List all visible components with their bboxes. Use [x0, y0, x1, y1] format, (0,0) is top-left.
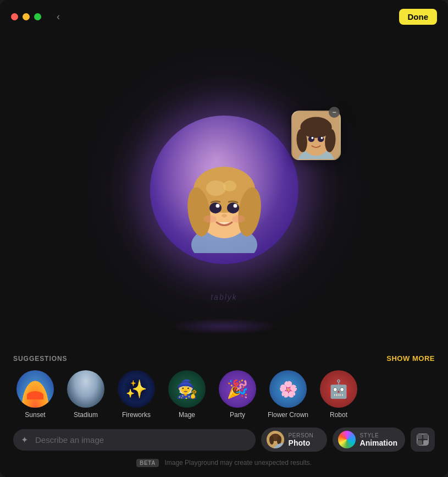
back-button[interactable]: ‹ — [52, 9, 64, 25]
svg-point-25 — [321, 137, 323, 139]
suggestions-header: SUGGESTIONS SHOW MORE — [13, 354, 435, 363]
fireworks-label: Fireworks — [122, 411, 151, 419]
svg-point-7 — [223, 180, 236, 191]
fireworks-icon — [118, 370, 155, 408]
sunset-label: Sunset — [25, 411, 45, 419]
gallery-icon — [417, 434, 429, 446]
gallery-button[interactable] — [411, 427, 435, 452]
close-dot[interactable] — [11, 13, 18, 20]
svg-point-12 — [222, 214, 227, 217]
beta-text: Image Playground may create unexpected r… — [164, 459, 311, 467]
window-controls: ‹ — [11, 9, 64, 25]
avatar-inner — [150, 116, 298, 264]
person-text: PERSON Photo — [289, 432, 314, 447]
bottom-controls: ✦ PERSON Photo — [13, 427, 435, 452]
flower-crown-label: Flower Crown — [268, 411, 308, 419]
stadium-label: Stadium — [74, 411, 98, 419]
app-window: ‹ Done — [0, 0, 448, 477]
style-icon — [338, 431, 356, 448]
suggestion-stadium[interactable]: Stadium — [64, 370, 108, 419]
glow-floor — [169, 318, 279, 335]
beta-badge: BETA — [136, 459, 159, 467]
title-bar: ‹ Done — [0, 0, 448, 34]
svg-rect-35 — [417, 440, 422, 445]
bottom-panel: SUGGESTIONS SHOW MORE Sunset Stadium Fir… — [0, 346, 448, 477]
svg-rect-33 — [417, 434, 422, 439]
svg-rect-36 — [423, 440, 428, 445]
person-avatar-thumbnail — [267, 431, 284, 448]
svg-point-24 — [311, 137, 313, 139]
suggestion-mage[interactable]: Mage — [165, 370, 209, 419]
suggestions-row: Sunset Stadium Fireworks Mage Party Flow — [13, 370, 435, 419]
suggestion-flower-crown[interactable]: Flower Crown — [266, 370, 310, 419]
mage-icon — [168, 370, 206, 408]
photo-person-svg — [292, 111, 340, 160]
svg-point-10 — [215, 204, 219, 207]
person-button[interactable]: PERSON Photo — [261, 427, 327, 452]
maximize-dot[interactable] — [34, 13, 41, 20]
suggestion-fireworks[interactable]: Fireworks — [114, 370, 158, 419]
stadium-icon — [67, 370, 104, 408]
show-more-button[interactable]: SHOW MORE — [386, 354, 435, 363]
style-label-main: Animation — [360, 438, 397, 447]
photo-thumbnail — [291, 111, 341, 160]
svg-rect-34 — [423, 434, 428, 439]
watermark: tablyk — [211, 293, 237, 301]
party-label: Party — [230, 411, 245, 419]
style-button[interactable]: STYLE Animation — [333, 427, 405, 452]
svg-point-22 — [308, 136, 314, 142]
suggestions-label: SUGGESTIONS — [13, 355, 68, 363]
suggestion-party[interactable]: Party — [215, 370, 259, 419]
character-svg — [169, 127, 279, 253]
person-label-main: Photo — [289, 438, 311, 447]
svg-point-14 — [232, 215, 245, 223]
style-text: STYLE Animation — [360, 432, 397, 447]
describe-input[interactable] — [13, 429, 256, 451]
svg-point-13 — [203, 215, 217, 223]
flower-crown-icon — [269, 370, 307, 408]
photo-face — [292, 112, 340, 159]
svg-point-11 — [233, 204, 237, 207]
mage-label: Mage — [179, 411, 195, 419]
beta-notice: BETA Image Playground may create unexpec… — [13, 457, 435, 471]
party-icon — [219, 370, 256, 408]
robot-icon — [320, 370, 357, 408]
svg-point-9 — [227, 202, 239, 213]
canvas-area: tablyk − — [0, 34, 448, 346]
photo-remove-button[interactable]: − — [329, 107, 340, 118]
sunset-icon — [16, 370, 54, 408]
describe-wrapper: ✦ — [13, 429, 256, 451]
svg-point-6 — [206, 180, 226, 196]
suggestion-robot[interactable]: Robot — [317, 370, 361, 419]
svg-point-23 — [318, 136, 324, 142]
svg-point-8 — [209, 202, 222, 213]
person-label-top: PERSON — [289, 432, 314, 438]
avatar-bubble — [150, 116, 298, 264]
done-button[interactable]: Done — [399, 9, 438, 25]
minimize-dot[interactable] — [23, 13, 30, 20]
style-label-top: STYLE — [360, 432, 379, 438]
person-avatar-svg — [267, 431, 284, 448]
robot-label: Robot — [330, 411, 347, 419]
suggestion-sunset[interactable]: Sunset — [13, 370, 57, 419]
